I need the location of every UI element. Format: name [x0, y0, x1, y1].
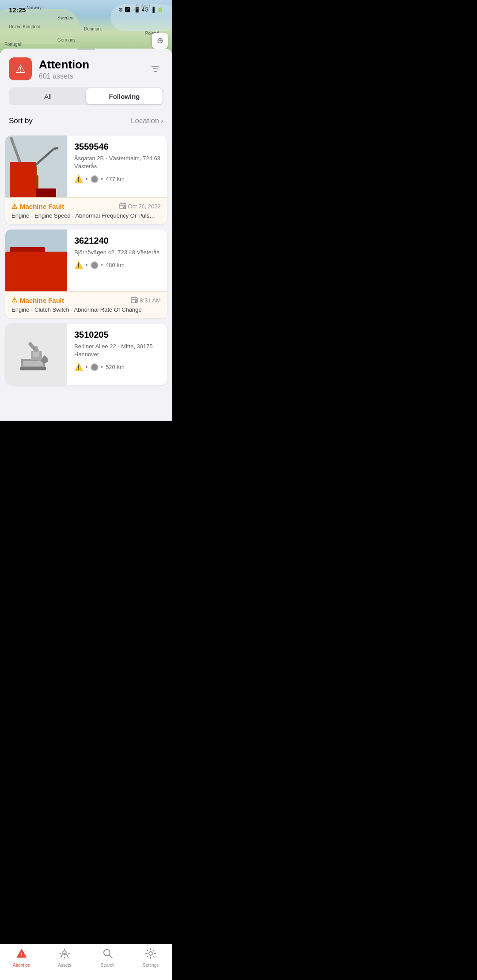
tab-following[interactable]: Following — [86, 88, 163, 104]
asset-image-1 — [5, 136, 67, 197]
sort-current: Location — [131, 117, 159, 125]
asset-card-top-3: 3510205 Berliner Allee 22 - Mitte, 30175… — [5, 324, 167, 385]
svg-text:SKYLAG: SKYLAG — [30, 268, 55, 275]
status-dot-2 — [91, 261, 98, 269]
bullet-1: • — [86, 176, 88, 182]
attention-icon: ⚠ — [9, 57, 32, 80]
asset-id-3: 3510205 — [74, 330, 161, 340]
fault-warning-icon-1: ⚠ — [11, 203, 17, 211]
fault-date-1: Oct 26, 2022 — [119, 202, 161, 211]
map-label-germany: Germany — [57, 38, 76, 42]
asset-card-3[interactable]: 3510205 Berliner Allee 22 - Mitte, 30175… — [5, 324, 167, 385]
signal-icon: ▐ — [151, 7, 155, 13]
asset-card-2[interactable]: SKYLAG 3621240 Björnövägen 42, 723 48 Vä… — [5, 230, 167, 318]
filter-button[interactable] — [148, 61, 163, 77]
fault-banner-1: ⚠ Machine Fault — [5, 197, 167, 224]
fault-desc-2: Engine - Clutch Switch - Abnormal Rate O… — [11, 306, 161, 314]
bluetooth-icon: ⊛ — [118, 7, 123, 13]
fault-label-2: ⚠ Machine Fault — [11, 296, 64, 304]
status-dot-1 — [91, 175, 98, 183]
bullet-3: • — [86, 262, 88, 268]
asset-id-1: 3559546 — [74, 142, 161, 152]
fault-desc-1: Engine - Engine Speed - Abnormal Frequen… — [11, 212, 161, 220]
map-label-denmark: Denmark — [84, 26, 102, 31]
crosshair-icon: ⊕ — [157, 36, 163, 45]
asset-list: 3559546 Åsgatan 2B - Västermalm, 724 63 … — [0, 130, 172, 421]
header: ⚠ Attention 601 assets — [0, 50, 172, 87]
map-label-uk: United Kingdom — [9, 24, 40, 29]
page-title: Attention — [39, 58, 140, 72]
header-text: Attention 601 assets — [39, 58, 140, 80]
asset-card-1[interactable]: 3559546 Åsgatan 2B - Västermalm, 724 63 … — [5, 136, 167, 224]
warning-icon-3: ⚠️ — [74, 363, 83, 371]
calendar-icon-2 — [131, 296, 138, 305]
sort-value[interactable]: Location › — [131, 117, 163, 125]
fault-title-2: ⚠ Machine Fault — [11, 296, 161, 305]
tab-all[interactable]: All — [10, 88, 86, 104]
bullet-5: • — [86, 364, 88, 370]
asset-image-3 — [5, 324, 67, 385]
status-dot-3 — [91, 363, 98, 371]
fault-date-2: 8:31 AM — [131, 296, 161, 305]
asset-card-top-2: SKYLAG 3621240 Björnövägen 42, 723 48 Vä… — [5, 230, 167, 291]
asset-distance-1: 477 km — [106, 176, 125, 182]
sort-bar: Sort by Location › — [0, 112, 172, 130]
bullet-6: • — [101, 364, 103, 370]
status-time: 12:25 — [9, 6, 26, 14]
asset-info-1: 3559546 Åsgatan 2B - Västermalm, 724 63 … — [67, 136, 167, 197]
sort-label: Sort by — [9, 117, 33, 125]
bullet-4: • — [101, 262, 103, 268]
svg-rect-2 — [32, 166, 37, 191]
warning-icon-2: ⚠️ — [74, 261, 83, 269]
svg-rect-5 — [12, 188, 56, 197]
bottom-sheet: ⚠ Attention 601 assets All Following Sor… — [0, 49, 172, 421]
fault-type-1: Machine Fault — [20, 203, 64, 210]
bullet-2: • — [101, 176, 103, 182]
calendar-icon-1 — [119, 202, 126, 211]
svg-rect-15 — [10, 247, 45, 271]
chevron-right-icon: › — [161, 117, 163, 125]
parking-icon: 🅿 — [125, 7, 130, 13]
asset-distance-2: 480 km — [106, 262, 125, 268]
fault-warning-icon-2: ⚠ — [11, 296, 17, 304]
asset-meta-2: ⚠️ • • 480 km — [74, 261, 161, 269]
asset-meta-1: ⚠️ • • 477 km — [74, 175, 161, 183]
fault-date-text-1: Oct 26, 2022 — [128, 203, 161, 210]
svg-line-4 — [54, 148, 58, 149]
asset-card-top-1: 3559546 Åsgatan 2B - Västermalm, 724 63 … — [5, 136, 167, 197]
fault-banner-2: ⚠ Machine Fault — [5, 291, 167, 318]
asset-meta-3: ⚠️ • • 520 km — [74, 363, 161, 371]
svg-rect-14 — [5, 254, 67, 291]
asset-address-1: Åsgatan 2B - Västermalm, 724 63 Västerås — [74, 155, 161, 170]
status-icons: ⊛ 🅿 📲 4G ▐ 🔋 — [118, 7, 163, 13]
status-bar: 12:25 ⊛ 🅿 📲 4G ▐ 🔋 — [0, 0, 172, 19]
svg-rect-1 — [14, 175, 38, 197]
warning-icon-1: ⚠️ — [74, 175, 83, 183]
fault-date-text-2: 8:31 AM — [140, 297, 161, 304]
fault-label-1: ⚠ Machine Fault — [11, 203, 64, 211]
asset-info-2: 3621240 Björnövägen 42, 723 48 Västerås … — [67, 230, 167, 291]
tab-toggle: All Following — [9, 87, 163, 105]
svg-rect-27 — [23, 361, 43, 366]
svg-rect-28 — [20, 367, 46, 370]
fault-type-2: Machine Fault — [20, 297, 64, 304]
svg-rect-16 — [12, 252, 27, 263]
download-icon: 📲 — [132, 7, 139, 13]
asset-address-3: Berliner Allee 22 - Mitte, 30175 Hannove… — [74, 343, 161, 358]
asset-image-2: SKYLAG — [5, 230, 67, 291]
asset-id-2: 3621240 — [74, 236, 161, 246]
svg-rect-18 — [8, 285, 65, 291]
asset-distance-3: 520 km — [106, 364, 125, 370]
battery-icon: 🔋 — [157, 7, 163, 13]
asset-info-3: 3510205 Berliner Allee 22 - Mitte, 30175… — [67, 324, 167, 385]
location-button[interactable]: ⊕ — [152, 33, 168, 49]
signal-text: 4G — [141, 7, 148, 13]
svg-rect-32 — [33, 352, 39, 357]
asset-count: 601 assets — [39, 72, 140, 80]
fault-title-1: ⚠ Machine Fault — [11, 202, 161, 211]
svg-rect-13 — [5, 230, 67, 291]
asset-address-2: Björnövägen 42, 723 48 Västerås — [74, 249, 161, 256]
map-label-portugal: Portugal — [4, 42, 21, 47]
